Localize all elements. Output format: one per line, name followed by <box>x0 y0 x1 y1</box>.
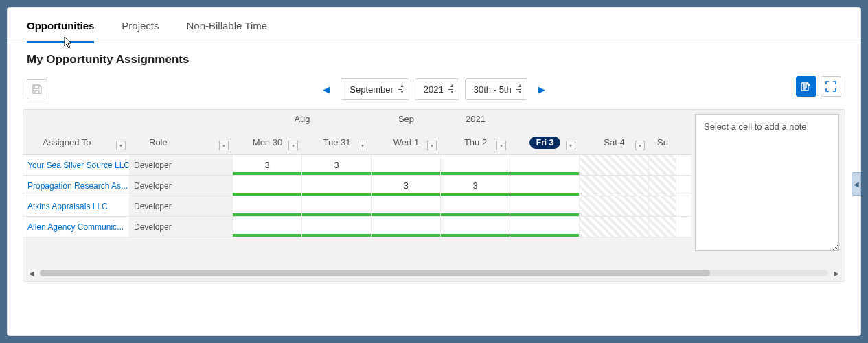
hours-cell[interactable] <box>372 196 441 216</box>
hours-cell[interactable] <box>441 217 510 237</box>
stepper-icon: ▲▼ <box>400 82 404 95</box>
filter-icon[interactable]: ▾ <box>496 141 506 150</box>
filter-icon[interactable]: ▾ <box>358 141 367 150</box>
hours-cell[interactable] <box>649 155 676 175</box>
tab-non-billable[interactable]: Non-Billable Time <box>187 20 268 43</box>
assignment-link[interactable]: Your Sea Silver Source LLC <box>23 155 130 175</box>
assignment-link[interactable]: Propagation Research As... <box>23 176 130 196</box>
stepper-icon: ▲▼ <box>450 82 455 95</box>
role-cell: Developer <box>130 155 233 175</box>
assignment-link[interactable]: Allen Agency Communic... <box>23 217 130 237</box>
hours-cell[interactable]: 3 <box>233 155 302 175</box>
month-aug: Aug <box>233 110 372 130</box>
month-year: 2021 <box>441 110 510 130</box>
month-sep: Sep <box>372 110 441 130</box>
fullscreen-button[interactable] <box>821 76 841 97</box>
scroll-left-icon[interactable]: ◀ <box>29 270 34 277</box>
col-day-1: Tue 31▾ <box>302 130 372 154</box>
horizontal-scrollbar[interactable]: ◀ ▶ <box>23 265 845 281</box>
hours-cell[interactable] <box>441 155 510 175</box>
filter-icon[interactable]: ▾ <box>427 141 437 150</box>
col-day-3: Thu 2▾ <box>441 130 510 154</box>
filter-icon[interactable]: ▾ <box>219 141 229 150</box>
hours-cell[interactable] <box>580 217 649 237</box>
edit-icon <box>801 81 812 92</box>
hours-cell[interactable] <box>233 217 302 237</box>
hours-cell[interactable] <box>649 176 676 196</box>
stepper-icon: ▲▼ <box>518 82 523 95</box>
table-row: Propagation Research As...Developer33 <box>23 176 691 196</box>
col-day-0: Mon 30▾ <box>233 130 302 154</box>
col-day-2: Wed 1▾ <box>372 130 441 154</box>
col-day-6: Su <box>649 130 676 154</box>
filter-icon[interactable]: ▾ <box>116 141 126 150</box>
col-assigned-to: Assigned To ▾ <box>23 130 130 154</box>
hours-cell[interactable] <box>510 155 580 175</box>
hours-cell[interactable] <box>510 176 580 196</box>
date-nav: ◀ September ▲▼ 2021 ▲▼ 30th - 5th ▲▼ ▶ <box>317 78 550 100</box>
hours-cell[interactable]: 3 <box>302 155 372 175</box>
save-button[interactable] <box>27 79 47 99</box>
filter-icon[interactable]: ▾ <box>288 141 298 150</box>
scroll-thumb[interactable] <box>40 270 710 276</box>
col-day-4-today: Fri 3▾ <box>510 130 580 154</box>
month-value: September <box>350 84 393 95</box>
hours-cell[interactable] <box>649 196 676 216</box>
save-icon <box>32 84 43 95</box>
col-day-5: Sat 4▾ <box>580 130 649 154</box>
filter-icon[interactable]: ▾ <box>635 141 645 150</box>
expand-icon <box>825 81 836 92</box>
table-row: Atkins Appraisals LLCDeveloper <box>23 196 691 217</box>
toolbar: ◀ September ▲▼ 2021 ▲▼ 30th - 5th ▲▼ ▶ <box>23 76 845 102</box>
hours-cell[interactable] <box>510 217 580 237</box>
tab-bar: Opportunities Projects Non-Billable Time <box>8 8 860 43</box>
hours-cell[interactable] <box>302 196 372 216</box>
year-value: 2021 <box>424 84 444 95</box>
filter-icon[interactable]: ▾ <box>566 141 575 150</box>
year-picker[interactable]: 2021 ▲▼ <box>415 78 459 100</box>
hours-cell[interactable] <box>302 176 372 196</box>
hours-cell[interactable] <box>233 196 302 216</box>
month-header-row: Aug Sep 2021 <box>23 110 691 130</box>
week-value: 30th - 5th <box>474 84 512 95</box>
week-picker[interactable]: 30th - 5th ▲▼ <box>465 78 527 100</box>
note-placeholder: Select a cell to add a note <box>704 121 807 132</box>
role-cell: Developer <box>130 217 233 237</box>
role-cell: Developer <box>130 196 233 216</box>
scroll-track[interactable] <box>40 270 828 276</box>
hours-cell[interactable]: 3 <box>441 176 510 196</box>
edit-mode-button[interactable] <box>796 76 816 97</box>
hours-cell[interactable] <box>372 217 441 237</box>
hours-cell[interactable] <box>372 155 441 175</box>
tab-opportunities[interactable]: Opportunities <box>27 20 94 43</box>
hours-cell[interactable] <box>649 217 676 237</box>
table-row: Allen Agency Communic...Developer <box>23 217 691 237</box>
hours-cell[interactable] <box>580 176 649 196</box>
hours-cell[interactable]: 3 <box>372 176 441 196</box>
hours-cell[interactable] <box>580 155 649 175</box>
table-row: Your Sea Silver Source LLCDeveloper33 <box>23 155 691 176</box>
note-panel[interactable]: Select a cell to add a note <box>695 114 839 251</box>
day-header-row: Assigned To ▾ Role ▾ Mon 30▾ Tue 31▾ Wed… <box>23 130 691 155</box>
month-picker[interactable]: September ▲▼ <box>341 78 409 100</box>
hours-cell[interactable] <box>302 217 372 237</box>
hours-cell[interactable] <box>233 176 302 196</box>
page-title: My Opportunity Assignments <box>27 53 845 67</box>
timesheet-grid: Aug Sep 2021 Assigned To ▾ Role ▾ <box>23 109 845 282</box>
scroll-right-icon[interactable]: ▶ <box>834 270 839 277</box>
role-cell: Developer <box>130 176 233 196</box>
hours-cell[interactable] <box>510 196 580 216</box>
prev-week-arrow[interactable]: ◀ <box>317 84 335 95</box>
hours-cell[interactable] <box>580 196 649 216</box>
tab-projects[interactable]: Projects <box>122 20 159 43</box>
assignment-link[interactable]: Atkins Appraisals LLC <box>23 196 130 216</box>
panel-collapse-handle[interactable]: ◀ <box>852 172 861 196</box>
col-role: Role ▾ <box>130 130 233 154</box>
next-week-arrow[interactable]: ▶ <box>533 84 551 95</box>
hours-cell[interactable] <box>441 196 510 216</box>
